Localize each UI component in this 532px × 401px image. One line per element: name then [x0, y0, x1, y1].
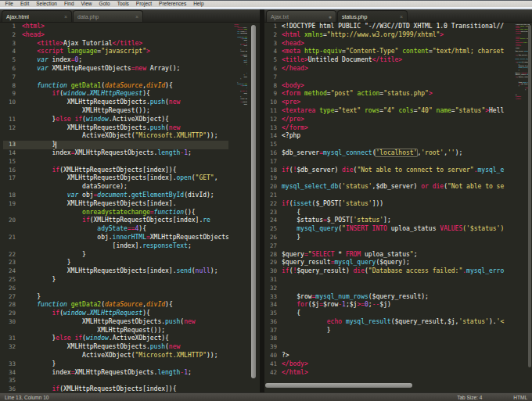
code-line[interactable]: 33 $row=mysql_num_rows($query_result); [268, 293, 509, 302]
right-editor[interactable]: 1<!DOCTYPE html PUBLIC "-//W3C//DTD XHTM… [264, 23, 532, 392]
code-line[interactable]: 31 [268, 276, 509, 285]
code-line[interactable]: 16$db_server=mysql_connect('localhost','… [512, 51, 530, 52]
code-line[interactable]: 42</html> [268, 369, 509, 378]
tab-ajax-txt[interactable]: Ajax.txt● [266, 10, 336, 22]
code-line[interactable]: 29 if(window.XMLHttpRequest){ [3, 310, 228, 318]
code-line[interactable]: 26 [3, 285, 228, 293]
code-line[interactable]: 1<!DOCTYPE html PUBLIC "-//W3C//DTD XHTM… [268, 23, 509, 31]
close-icon[interactable]: × [64, 14, 67, 20]
tab-ajax-html[interactable]: Ajax.html× [2, 10, 72, 22]
code-line[interactable]: 40?> [268, 352, 509, 360]
code-line[interactable]: 33 } [3, 360, 228, 369]
code-line[interactable]: 11 }else if(window.ActiveXObject){ [3, 116, 228, 124]
right-horizontal-scrollbar[interactable] [265, 383, 412, 388]
left-code-area[interactable]: 1<html>2<head>3 <title>Ajax Tutorial</ti… [229, 23, 247, 105]
code-line[interactable]: ActiveXObject("Microsoft.XMLHTTP")); [3, 352, 228, 360]
code-line[interactable]: 35 { [268, 310, 509, 318]
code-line[interactable]: 15 [3, 158, 228, 166]
left-editor[interactable]: 1<html>2<head>3 <title>Ajax Tutorial</ti… [0, 23, 260, 392]
code-line[interactable]: 5<title>Untitled Document</title> [268, 56, 509, 65]
code-line[interactable]: 35 [3, 377, 228, 385]
code-line[interactable]: 37 XMLHttpRequestObjects[index].open("GE… [230, 103, 247, 105]
code-line[interactable]: 16 if(XMLHttpRequestObjects[index]){ [3, 166, 228, 175]
menu-item-preferences[interactable]: Preferences [156, 1, 190, 7]
code-line[interactable]: 39 [268, 343, 509, 352]
left-vertical-scrollbar[interactable] [251, 25, 256, 378]
code-line[interactable]: 28 function getData2(dataSource,divId){ [3, 301, 228, 310]
syntax-selector[interactable]: HTML [513, 395, 527, 400]
code-line[interactable]: 34 index=XMLHttpRequestObjects.length-1; [3, 369, 228, 378]
code-line[interactable]: 5 var index=0; [3, 56, 228, 65]
code-line[interactable]: 11<textarea type="text" rows="4" cols="4… [268, 107, 509, 116]
code-line[interactable]: 3<head> [268, 40, 509, 48]
code-line[interactable]: 21 [268, 192, 509, 200]
code-line[interactable]: 9<form method="post" action="status.php"… [268, 90, 509, 98]
code-line[interactable]: 13</form> [268, 124, 509, 133]
code-line[interactable]: 7 [3, 73, 228, 82]
code-line[interactable]: 18if(!$db_server) die("Not able to conne… [512, 54, 530, 55]
code-line[interactable]: 23 } [3, 259, 228, 267]
menu-item-edit[interactable]: Edit [16, 1, 32, 7]
left-code-area[interactable]: 1<html>2<head>3 <title>Ajax Tutorial</ti… [0, 23, 228, 392]
right-vertical-scrollbar[interactable] [528, 25, 531, 367]
code-line[interactable]: 26 } [268, 234, 509, 242]
dirty-indicator-icon[interactable]: ● [329, 14, 332, 20]
code-line[interactable]: 41</body> [268, 360, 509, 369]
code-line[interactable]: 37 } [268, 327, 509, 335]
right-code-area[interactable]: 1<!DOCTYPE html PUBLIC "-//W3C//DTD XHTM… [512, 23, 530, 99]
menu-item-selection[interactable]: Selection [33, 1, 61, 7]
code-line[interactable]: 30 XMLHttpRequestObjects.push(new [3, 318, 228, 327]
code-line[interactable]: 8 function getData1(dataSource,divId){ [3, 82, 228, 91]
menu-item-project[interactable]: Project [132, 1, 155, 7]
code-line[interactable]: 21 obj.innerHTML=XMLHttpRequestObjects [3, 234, 228, 242]
right-code-area[interactable]: 1<!DOCTYPE html PUBLIC "-//W3C//DTD XHTM… [264, 23, 509, 392]
code-line[interactable]: 8<body> [268, 82, 509, 91]
left-minimap[interactable]: 1<html>2<head>3 <title>Ajax Tutorial</ti… [229, 23, 247, 381]
code-line[interactable]: 4<meta http-equiv="Content-Type" content… [268, 48, 509, 56]
code-line[interactable]: 20mysql_select_db('status',$db_server) o… [512, 58, 530, 59]
code-line[interactable]: 18if(!$db_server) die("Not able to conne… [268, 166, 509, 175]
code-line[interactable]: 4 <script language="javascript"> [3, 48, 228, 56]
code-line[interactable]: 36 echo mysql_result($query_result,$j,'s… [268, 318, 509, 327]
code-line[interactable]: 29$query_result=mysql_query($query); [268, 259, 509, 267]
code-line[interactable]: 10 XMLHttpRequestObjects.push(new [3, 98, 228, 107]
close-icon[interactable]: × [400, 14, 403, 20]
code-line[interactable]: 25 } [3, 276, 228, 285]
code-line[interactable]: 28$query="SELECT * FROM uploa_status"; [268, 251, 509, 260]
code-line[interactable]: 38 [268, 335, 509, 343]
code-line[interactable]: 17 [268, 158, 509, 166]
code-line[interactable]: 34 for($j=$row-1;$j>=0;--$j) [268, 301, 509, 310]
code-line[interactable]: 12 XMLHttpRequestObjects.push(new [3, 124, 228, 133]
code-line[interactable]: 23 { [268, 209, 509, 217]
code-line[interactable]: 27 } [3, 293, 228, 302]
code-line[interactable]: 12</pre> [268, 116, 509, 124]
tab-size-selector[interactable]: Tab Size: 4 [457, 395, 482, 400]
code-line[interactable]: 32 XMLHttpRequestObjects.push(new [3, 343, 228, 352]
code-line[interactable]: dataSource); [3, 183, 228, 192]
right-minimap[interactable]: 1<!DOCTYPE html PUBLIC "-//W3C//DTD XHTM… [512, 23, 530, 381]
code-line[interactable]: 19 [268, 174, 509, 183]
code-line[interactable]: XMLHttpRequest()); [3, 327, 228, 335]
close-icon[interactable]: × [135, 14, 138, 20]
code-line[interactable]: 30if(!$query_result) die("Database acces… [268, 267, 509, 276]
code-line[interactable]: 30if(!$query_result) die("Database acces… [512, 76, 530, 77]
code-line[interactable]: 2<html xmlns="http://www.w3.org/1999/xht… [268, 31, 509, 40]
menu-item-file[interactable]: File [2, 1, 16, 7]
code-line[interactable]: ActiveXObject("Microsoft.XMLHTTP")); [3, 132, 228, 141]
code-line[interactable]: 10<pre> [268, 98, 509, 107]
menu-item-help[interactable]: Help [190, 1, 207, 7]
code-line[interactable]: 14 index=XMLHttpRequestObjects.length-1; [3, 149, 228, 158]
menu-item-tools[interactable]: Tools [113, 1, 132, 7]
code-line[interactable]: 3 <title>Ajax Tutorial</title> [3, 40, 228, 48]
code-line[interactable]: onreadystatechange=function(){ [3, 209, 228, 217]
code-line[interactable]: adyState==4){ [3, 225, 228, 234]
code-line[interactable]: 7 [268, 73, 509, 82]
tab-data-php[interactable]: data.php× [73, 10, 143, 22]
code-line[interactable]: 6 var XMLHttpRequestObjects=new Array(); [3, 65, 228, 73]
code-line[interactable]: 42</html> [512, 98, 530, 99]
code-line[interactable]: 32 [268, 285, 509, 293]
code-line[interactable]: 20mysql_select_db('status',$db_server) o… [268, 183, 509, 192]
code-line[interactable]: 15 [268, 141, 509, 149]
code-line[interactable]: 25 mysql_query("INSERT INTO uploa_status… [268, 225, 509, 234]
code-line[interactable]: 24 XMLHttpRequestObjects[index].send(nul… [3, 267, 228, 276]
